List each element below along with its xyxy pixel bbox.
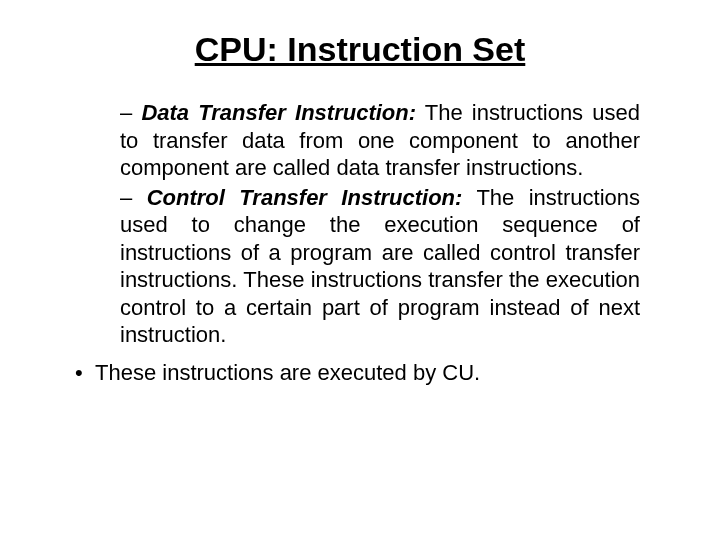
footer-text: These instructions are executed by CU.	[95, 360, 480, 385]
sub-item: – Data Transfer Instruction: The instruc…	[120, 99, 640, 182]
dash-marker: –	[120, 185, 147, 210]
sub-heading: Control Transfer Instruction:	[147, 185, 463, 210]
sub-heading: Data Transfer Instruction:	[141, 100, 416, 125]
sub-list: – Data Transfer Instruction: The instruc…	[50, 99, 670, 349]
bullet-icon: •	[75, 359, 95, 388]
dash-marker: –	[120, 100, 141, 125]
sub-item: – Control Transfer Instruction: The inst…	[120, 184, 640, 349]
main-bullet: •These instructions are executed by CU.	[50, 359, 670, 388]
page-title: CPU: Instruction Set	[50, 30, 670, 69]
